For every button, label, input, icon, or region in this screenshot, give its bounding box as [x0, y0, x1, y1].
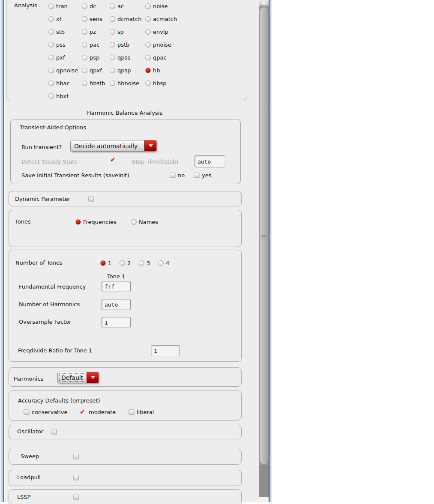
- tone-field-input-0[interactable]: [102, 281, 131, 292]
- analysis-option-qpsp-radio[interactable]: [110, 68, 115, 73]
- analysis-option-dc-radio[interactable]: [82, 3, 87, 9]
- dynamic-parameter-checkbox[interactable]: [88, 196, 94, 201]
- saveinit-no[interactable]: no: [170, 172, 185, 179]
- analysis-option-hbnoise[interactable]: hbnoise: [110, 80, 139, 86]
- analysis-option-dc[interactable]: dc: [82, 3, 96, 9]
- analysis-option-acmatch-radio[interactable]: [145, 16, 151, 22]
- accuracy-moderate-checked-icon[interactable]: ✔: [80, 409, 86, 415]
- accuracy-moderate[interactable]: ✔moderate: [80, 409, 116, 415]
- analysis-option-sens-radio[interactable]: [82, 16, 87, 22]
- analysis-option-pxf-radio[interactable]: [48, 55, 54, 60]
- analysis-option-tran-radio[interactable]: [48, 3, 54, 9]
- tones-option-frequencies-radio[interactable]: [75, 219, 81, 225]
- analysis-option-pstb-radio[interactable]: [110, 42, 115, 48]
- analysis-option-pstb[interactable]: pstb: [110, 41, 129, 48]
- analysis-option-stb[interactable]: stb: [48, 28, 65, 35]
- saveinit-yes[interactable]: yes: [194, 172, 211, 179]
- analysis-option-psp-label: psp: [90, 54, 99, 61]
- run-transient-dropdown[interactable]: Decide automatically: [70, 140, 157, 152]
- analysis-option-psp-radio[interactable]: [82, 55, 87, 60]
- analysis-option-hbstb-radio[interactable]: [82, 81, 87, 86]
- scrollbar-thumb[interactable]: [260, 7, 268, 465]
- analysis-option-sens[interactable]: sens: [82, 15, 102, 22]
- analysis-option-sp-radio[interactable]: [110, 29, 115, 35]
- harmonics-dropdown[interactable]: Default: [57, 372, 99, 383]
- tones-option-names-radio[interactable]: [131, 219, 137, 225]
- analysis-option-pnoise[interactable]: pnoise: [145, 41, 171, 48]
- analysis-option-ac-radio[interactable]: [110, 3, 115, 9]
- analysis-option-dcmatch-radio[interactable]: [110, 16, 115, 22]
- analysis-option-pac[interactable]: pac: [82, 41, 99, 48]
- accuracy-conservative-checkbox[interactable]: [24, 409, 29, 415]
- analysis-option-qpxf-radio[interactable]: [82, 68, 87, 73]
- analysis-option-xf-radio[interactable]: [48, 16, 54, 22]
- detect-steady-state-checked-icon[interactable]: ✔: [110, 157, 117, 163]
- saveinit-yes-checkbox[interactable]: [194, 173, 199, 178]
- analysis-option-hbxf[interactable]: hbxf: [48, 92, 69, 99]
- analysis-option-pz[interactable]: pz: [82, 28, 96, 35]
- analysis-option-dcmatch[interactable]: dcmatch: [110, 15, 142, 22]
- analysis-option-qpnoise-radio[interactable]: [48, 68, 54, 73]
- freqdivide-input[interactable]: [151, 345, 180, 356]
- analysis-option-hbnoise-radio[interactable]: [110, 81, 115, 86]
- tones-option-names[interactable]: Names: [131, 218, 158, 225]
- number-of-tones-option-4[interactable]: 4: [158, 259, 169, 266]
- number-of-tones-option-4-radio[interactable]: [158, 260, 164, 266]
- analysis-option-sp[interactable]: sp: [110, 28, 124, 35]
- analysis-option-stb-radio[interactable]: [48, 29, 54, 35]
- detect-steady-state-label: Detect Steady State: [21, 158, 78, 165]
- scroll-down-button[interactable]: [259, 497, 269, 502]
- analysis-option-hbstb[interactable]: hbstb: [82, 80, 105, 86]
- analysis-option-pxf[interactable]: pxf: [48, 54, 65, 61]
- analysis-option-xf[interactable]: xf: [48, 15, 61, 22]
- analysis-option-qpsp[interactable]: qpsp: [110, 67, 131, 74]
- analysis-option-ac[interactable]: ac: [110, 3, 124, 9]
- number-of-tones-option-2-radio[interactable]: [120, 260, 125, 266]
- tone-field-input-1[interactable]: [102, 299, 131, 310]
- tone-field-input-2[interactable]: [102, 317, 131, 328]
- vertical-scrollbar[interactable]: [259, 0, 269, 502]
- tones-option-frequencies[interactable]: Frequencies: [75, 218, 117, 225]
- analysis-option-hb[interactable]: hb: [145, 67, 160, 74]
- analysis-option-noise-radio[interactable]: [145, 3, 151, 9]
- sweep-checkbox[interactable]: [73, 454, 79, 459]
- number-of-tones-option-2[interactable]: 2: [120, 259, 131, 266]
- analysis-option-qpss[interactable]: qpss: [110, 54, 130, 61]
- accuracy-conservative[interactable]: conservative: [24, 409, 68, 415]
- analysis-option-hbac[interactable]: hbac: [48, 80, 70, 86]
- analysis-option-noise[interactable]: noise: [145, 3, 168, 9]
- scroll-up-button[interactable]: [259, 0, 269, 6]
- lssp-checkbox[interactable]: [73, 495, 79, 500]
- analysis-option-pss-radio[interactable]: [48, 42, 54, 48]
- loadpull-checkbox[interactable]: [73, 475, 79, 480]
- analysis-option-envlp-radio[interactable]: [145, 29, 151, 35]
- analysis-option-pac-radio[interactable]: [82, 42, 87, 48]
- analysis-option-qpnoise[interactable]: qpnoise: [48, 67, 78, 74]
- analysis-option-hbsp-radio[interactable]: [145, 81, 151, 86]
- analysis-option-psp[interactable]: psp: [82, 54, 99, 61]
- analysis-option-envlp[interactable]: envlp: [145, 28, 168, 35]
- number-of-tones-option-3-radio[interactable]: [139, 260, 144, 266]
- accuracy-liberal[interactable]: liberal: [129, 409, 154, 415]
- scrollbar-track-lower[interactable]: [259, 465, 269, 497]
- analysis-option-qpac[interactable]: qpac: [145, 54, 167, 61]
- analysis-option-hbac-radio[interactable]: [48, 81, 54, 86]
- analysis-option-hb-radio[interactable]: [145, 68, 151, 73]
- analysis-option-pz-radio[interactable]: [82, 29, 87, 35]
- number-of-tones-option-1[interactable]: 1: [100, 259, 111, 266]
- analysis-option-qpxf[interactable]: qpxf: [82, 67, 102, 74]
- number-of-tones-option-1-radio[interactable]: [100, 260, 106, 266]
- analysis-option-qpss-radio[interactable]: [110, 55, 115, 60]
- accuracy-liberal-checkbox[interactable]: [129, 409, 134, 415]
- oscillator-checkbox[interactable]: [51, 429, 57, 434]
- analysis-option-hbxf-radio[interactable]: [48, 93, 54, 99]
- saveinit-no-checkbox[interactable]: [170, 173, 175, 178]
- analysis-option-pnoise-radio[interactable]: [145, 42, 151, 48]
- stop-time-input[interactable]: [195, 155, 225, 167]
- analysis-option-pss[interactable]: pss: [48, 41, 66, 48]
- analysis-option-hbsp[interactable]: hbsp: [145, 80, 167, 86]
- analysis-option-acmatch[interactable]: acmatch: [145, 15, 177, 22]
- analysis-option-tran[interactable]: tran: [48, 3, 68, 9]
- number-of-tones-option-3[interactable]: 3: [139, 259, 150, 266]
- analysis-option-qpac-radio[interactable]: [145, 55, 151, 60]
